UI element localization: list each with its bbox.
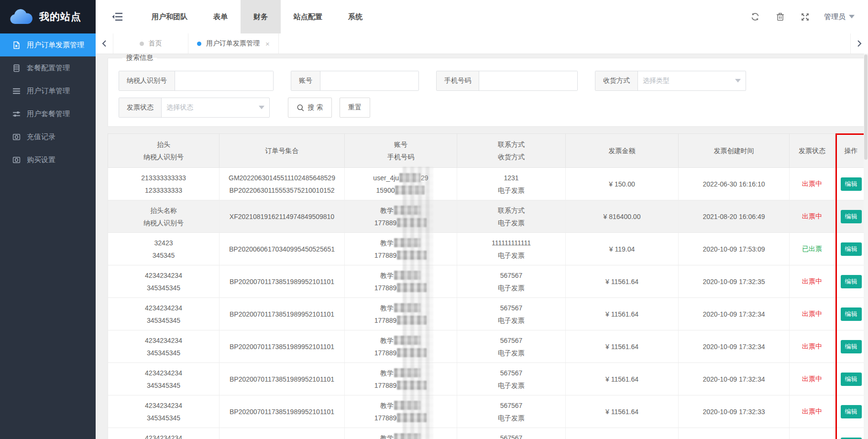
edit-button[interactable]: 编辑 (841, 340, 862, 353)
contact-line: 567567 (460, 302, 562, 314)
privacy-mosaic (397, 283, 427, 292)
cell-contact: 567567电子发票 (457, 428, 566, 439)
fullscreen-icon[interactable] (792, 13, 817, 21)
invoice-amount: ¥ 11561.64 (569, 308, 675, 320)
account-text: 教学 (380, 402, 394, 409)
title-line: 345345345 (111, 347, 216, 359)
cell-account: 教学177889 (345, 395, 457, 428)
sidebar-item-3[interactable]: 用户订单管理 (0, 79, 96, 102)
field-group-5: 发票状态选择状态 (119, 98, 270, 118)
edit-button[interactable]: 编辑 (841, 177, 862, 191)
search-button[interactable]: 搜 索 (288, 98, 332, 118)
topnav-item-2[interactable]: 表单 (200, 0, 241, 33)
cell-status: 出票中 (790, 168, 835, 200)
close-icon[interactable]: × (265, 40, 270, 47)
account-line: 15900 (348, 184, 454, 197)
col-header-title: 抬头纳税人识别号 (108, 134, 220, 168)
field-input-3[interactable] (479, 71, 577, 90)
chevron-down-icon (259, 106, 264, 110)
account-line: 教学 (348, 237, 454, 249)
header-line: 发票状态 (792, 144, 832, 157)
cell-orders: XF20210819162114974849509810 (220, 200, 345, 233)
tabs-scroll-right-icon[interactable] (850, 33, 868, 54)
tab-1[interactable]: 首页 (113, 33, 188, 54)
account-text: 教学 (380, 369, 394, 377)
field-select-4[interactable]: 选择类型 (638, 71, 746, 90)
chevron-down-icon (735, 79, 741, 83)
cell-amount: ¥ 150.00 (566, 168, 679, 200)
topnav-item-3[interactable]: 财务 (241, 0, 281, 33)
tabs-scroll-left-icon[interactable] (96, 33, 113, 54)
tabs: 首页用户订单发票管理× (113, 33, 279, 54)
scrollbar[interactable] (864, 54, 868, 439)
cell-action: 编辑 (835, 428, 868, 439)
account-text: 177889 (374, 414, 397, 422)
sidebar-item-5[interactable]: 充值记录 (0, 125, 96, 148)
order-number: BP20220630115553575210010152 (222, 184, 341, 197)
cell-account: 教学177889 (345, 233, 457, 265)
sidebar-item-2[interactable]: 套餐配置管理 (0, 56, 96, 79)
account-line: 177889 (348, 379, 454, 392)
user-name: 管理员 (824, 12, 846, 22)
cell-action: 编辑 (835, 330, 868, 363)
user-menu[interactable]: 管理员 (824, 12, 855, 22)
tab-dot (197, 42, 201, 46)
title-line: 213333333333 (111, 172, 216, 184)
account-text: 教学 (380, 239, 394, 247)
col-header-contact: 联系方式收货方式 (457, 134, 566, 168)
reset-button[interactable]: 重置 (340, 98, 370, 118)
topbar-actions: 管理员 (743, 0, 868, 33)
edit-button[interactable]: 编辑 (841, 307, 862, 321)
field-input-2[interactable] (320, 71, 418, 90)
edit-button[interactable]: 编辑 (841, 373, 862, 386)
account-text: 教学 (380, 337, 394, 344)
topnav-item-4[interactable]: 站点配置 (281, 0, 335, 33)
cell-orders: BP20200701173851989952101101 (220, 395, 345, 428)
invoice-amount: ¥ 11561.64 (569, 406, 675, 418)
title-line: 345345345 (111, 379, 216, 392)
edit-button[interactable]: 编辑 (841, 275, 862, 288)
cell-created: 2020-10-09 17:32:34 (679, 298, 790, 330)
account-text: 15900 (376, 187, 395, 194)
cell-created: 2020-10-09 17:53:09 (679, 233, 790, 265)
edit-button[interactable]: 编辑 (841, 405, 862, 418)
caret-down-icon (849, 15, 855, 19)
invoice-amount: ¥ 11561.64 (569, 275, 675, 288)
topnav-item-5[interactable]: 系统 (335, 0, 375, 33)
sidebar-item-label: 用户订单管理 (27, 87, 70, 96)
account-text: 177889 (374, 382, 397, 389)
trash-icon[interactable] (768, 12, 792, 21)
cell-created: 2021-08-20 16:06:49 (679, 200, 790, 233)
header-line: 抬头 (111, 138, 216, 151)
contact-line: 电子发票 (460, 217, 562, 229)
search-form-row-1: 纳税人识别号账号手机号码收货方式选择类型 (119, 71, 867, 91)
order-number: BP20200701173851989952101101 (222, 275, 341, 288)
title-line: 纳税人识别号 (111, 217, 216, 229)
col-header-orders: 订单号集合 (220, 134, 345, 168)
sidebar-item-1[interactable]: 用户订单发票管理 (0, 33, 96, 56)
account-line: 教学 (348, 432, 454, 439)
menu-fold-icon[interactable] (96, 0, 139, 33)
cell-account: 教学177889 (345, 363, 457, 395)
tab-2[interactable]: 用户订单发票管理× (188, 33, 279, 54)
cell-account: 教学177889 (345, 428, 457, 439)
contact-line: 电子发票 (460, 412, 562, 424)
sidebar-item-4[interactable]: 用户套餐管理 (0, 102, 96, 125)
edit-button[interactable]: 编辑 (841, 242, 862, 256)
account-line: 教学 (348, 367, 454, 379)
refresh-icon[interactable] (743, 12, 768, 21)
edit-button[interactable]: 编辑 (841, 438, 862, 439)
account-line: user_4ju29 (348, 172, 454, 184)
field-group-2: 账号 (291, 71, 419, 91)
field-label: 收货方式 (595, 71, 638, 90)
contact-line: 567567 (460, 432, 562, 439)
sidebar-item-6[interactable]: 购买设置 (0, 148, 96, 171)
topnav-item-1[interactable]: 用户和团队 (139, 0, 200, 33)
field-input-1[interactable] (175, 71, 273, 90)
cell-title: 抬头名称纳税人识别号 (108, 200, 220, 233)
edit-button[interactable]: 编辑 (841, 210, 862, 223)
scrollbar-thumb[interactable] (864, 55, 868, 160)
title-line: 1233333333 (111, 184, 216, 197)
field-select-5[interactable]: 选择状态 (162, 98, 269, 117)
cell-title: 4234234234345345345 (108, 395, 220, 428)
